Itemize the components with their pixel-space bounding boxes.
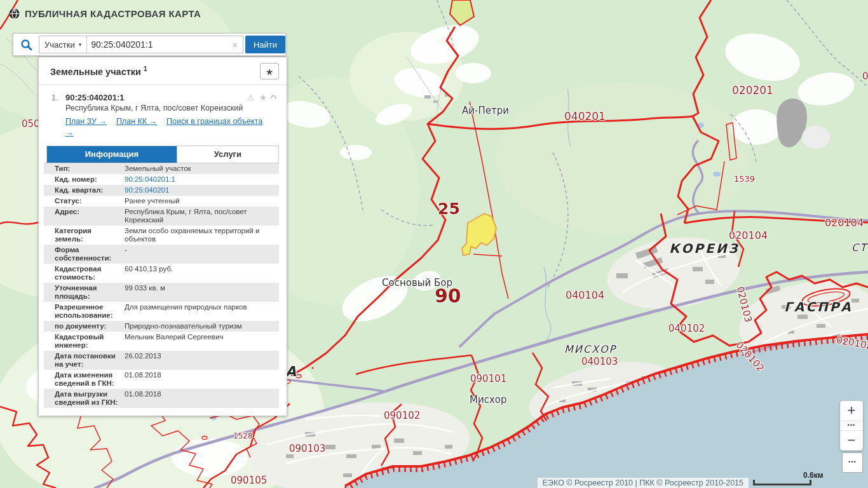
info-row: Дата постановки на учет:26.02.2013 <box>44 351 279 370</box>
info-row-value: Для размещения природных парков <box>125 303 279 320</box>
info-row-value: 01.08.2018 <box>125 371 279 388</box>
results-panel: Земельные участки 1 ★ 1. 90:25:040201:1 … <box>38 57 287 416</box>
info-row-label: Кад. квартал: <box>44 186 125 194</box>
scale-bar <box>753 480 811 485</box>
info-row-value: Земельный участок <box>125 165 279 173</box>
scale-label: 0.6км <box>803 471 824 480</box>
item-index: 1. <box>51 93 65 102</box>
star-icon[interactable]: ★ <box>259 93 268 102</box>
info-row: Кад. квартал:90:25:040201 <box>44 185 279 196</box>
info-row: Адрес:Республика Крым, г Ялта, пос/совет… <box>44 207 279 226</box>
zoom-options-button[interactable]: ••• <box>840 421 863 431</box>
star-icon: ★ <box>266 67 274 77</box>
info-row-label: Кад. номер: <box>44 175 125 184</box>
info-row-value: 60 410,13 руб. <box>125 265 279 281</box>
clear-search-icon[interactable]: × <box>227 39 243 50</box>
results-count: 1 <box>144 65 147 72</box>
info-row-value: 01.08.2018 <box>125 390 279 407</box>
warning-icon[interactable]: ⚠ <box>247 93 256 102</box>
find-button[interactable]: Найти <box>245 36 285 53</box>
info-row: Кад. номер:90:25:040201:1 <box>44 174 279 185</box>
info-row: Дата выгрузки сведений из ГКН:01.08.2018 <box>44 389 279 408</box>
info-row: Статус:Ранее учтенный <box>44 196 279 207</box>
search-bar: Участки ▾ × Найти <box>13 33 286 56</box>
info-row-value[interactable]: 90:25:040201:1 <box>125 175 279 184</box>
search-category-dropdown[interactable]: Участки ▾ <box>39 36 87 53</box>
info-row-label: Кадастровый инженер: <box>44 333 125 349</box>
info-row-value: 99 033 кв. м <box>125 284 279 301</box>
info-row: по документу:Природно-познавательный тур… <box>44 321 279 332</box>
search-field: Участки ▾ × <box>39 36 243 53</box>
zoom-in-button[interactable]: + <box>840 401 863 421</box>
info-row: Дата изменения сведений в ГКН:01.08.2018 <box>44 370 279 389</box>
map-tools-button[interactable]: ••• <box>842 452 863 473</box>
info-row-label: Категория земель: <box>44 227 125 243</box>
panel-title: Земельные участки 1 <box>50 65 147 77</box>
info-row-label: Разрешенное использование: <box>44 303 125 320</box>
tabs: Информация Услуги <box>46 146 279 163</box>
info-row-value: Природно-познавательный туризм <box>125 322 279 330</box>
item-link[interactable]: План ЗУ → <box>65 117 107 126</box>
info-row-value: Земли особо охраняемых территорий и объе… <box>125 227 279 243</box>
zoom-out-button[interactable]: − <box>840 431 863 451</box>
info-row-label: Дата выгрузки сведений из ГКН: <box>44 390 125 407</box>
info-row-label: Адрес: <box>44 208 125 224</box>
search-icon <box>13 39 39 51</box>
tab-services[interactable]: Услуги <box>177 146 278 163</box>
info-row: Кадастровая стоимость:60 410,13 руб. <box>44 264 279 283</box>
info-row-value: - <box>125 246 279 262</box>
zoom-control: + ••• − <box>840 401 863 451</box>
map-attribution: ЕЭКО © Росреестр 2010 | ПКК © Росреестр … <box>538 478 749 488</box>
info-row-label: Уточненная площадь: <box>44 284 125 301</box>
item-links: План ЗУ →План КК →Поиск в границах объек… <box>65 115 278 138</box>
info-row-value: Мельник Валерий Сергеевич <box>125 333 279 349</box>
chevron-down-icon: ▾ <box>79 41 82 48</box>
info-row: Уточненная площадь:99 033 кв. м <box>44 283 279 302</box>
item-link[interactable]: План КК → <box>116 117 157 126</box>
info-row-value: Ранее учтенный <box>125 197 279 205</box>
search-input[interactable] <box>87 37 227 52</box>
info-row-label: Форма собственности: <box>44 246 125 262</box>
item-address: Республика Крым, г Ялта, пос/совет Кореи… <box>65 104 278 112</box>
search-category-label: Участки <box>44 40 75 50</box>
pkk-logo-icon <box>9 8 20 19</box>
info-row-label: по документу: <box>44 322 125 330</box>
app-title: ПУБЛИЧНАЯ КАДАСТРОВАЯ КАРТА <box>25 8 201 19</box>
info-row-label: Дата постановки на учет: <box>44 352 125 369</box>
info-row: Форма собственности:- <box>44 245 279 264</box>
collapse-icon[interactable]: ^ <box>270 93 279 102</box>
info-row-value: Республика Крым, г Ялта, пос/совет Кореи… <box>125 208 279 224</box>
info-table: Тип:Земельный участокКад. номер:90:25:04… <box>44 163 279 408</box>
info-row-label: Тип: <box>44 165 125 173</box>
info-row-value: 26.02.2013 <box>125 352 279 369</box>
info-row: Тип:Земельный участок <box>44 163 279 174</box>
app-header: ПУБЛИЧНАЯ КАДАСТРОВАЯ КАРТА <box>9 8 201 19</box>
panel-header: Земельные участки 1 ★ <box>39 57 287 85</box>
info-row-value[interactable]: 90:25:040201 <box>125 186 279 194</box>
info-row-label: Кадастровая стоимость: <box>44 265 125 281</box>
info-row: Категория земель:Земли особо охраняемых … <box>44 226 279 245</box>
favorites-button[interactable]: ★ <box>260 63 279 79</box>
item-cadastral-number: 90:25:040201:1 <box>65 93 247 102</box>
info-row-label: Статус: <box>44 197 125 205</box>
info-row: Кадастровый инженер:Мельник Валерий Серг… <box>44 332 279 351</box>
info-row: Разрешенное использование:Для размещения… <box>44 302 279 321</box>
info-row-label: Дата изменения сведений в ГКН: <box>44 371 125 388</box>
result-item[interactable]: 1. 90:25:040201:1 ⚠ ★ ^ Республика Крым,… <box>39 85 287 143</box>
tab-information[interactable]: Информация <box>47 146 177 163</box>
